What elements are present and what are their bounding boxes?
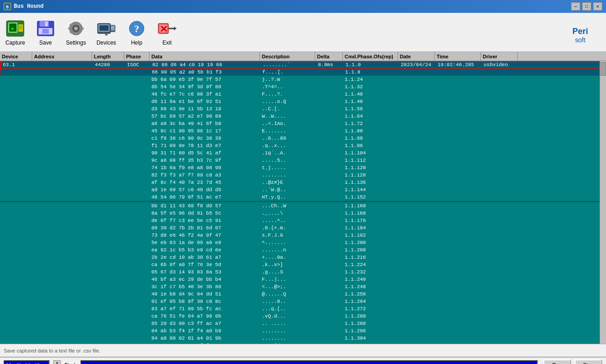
row-desc: ........` [261,62,316,68]
capture-button[interactable]: ▶ Capture [4,18,27,46]
table-row[interactable]: c1 f8 36 c6 80 9c 38 39 ..6...89 1.1.88 [0,135,606,142]
title-bar-left: B Bus Hound [4,3,44,10]
minimize-button[interactable]: — [571,2,580,11]
svg-rect-18 [75,22,77,24]
row-desc: .q..x... [260,143,315,148]
table-row[interactable]: 73 d8 e6 46 f2 4a 9f 47 s.F.J.G 1.1.192 [0,232,606,239]
table-row[interactable]: 90 31 71 60 d5 5c 41 af .1q`..A. 1.1.104 [0,149,606,157]
header-driver: Driver [481,52,518,61]
row-data: d6 11 9a e1 be 6f 92 51 [150,99,260,104]
table-row[interactable]: 09 30 d2 7b 2b 81 6d 07 .0.{+.m. 1.1.184 [0,224,606,232]
row-data: 74 1b 6a f0 e8 a8 08 90 [150,165,260,171]
table-row[interactable]: 9c a6 08 ff 35 b3 7c 9f .....5.. 1.1.112 [0,157,606,164]
toolbar: ▶ Capture Save [0,13,606,52]
table-row[interactable]: 46 fc e7 7c c6 08 3f a1 F....?. 1.1.40 [0,91,606,98]
table-row[interactable]: ca 76 51 fe 64 a7 98 0b .vQ.d... 1.1.280 [0,313,606,320]
table-row[interactable]: 48 54 06 79 8f 51 ac e7 HT.y.Q.. 1.1.152 [0,193,606,201]
row-data: 85 20 d3 00 c3 ff ac a7 [150,321,260,326]
row-desc: ........ [260,336,315,341]
row-cmdphase: 1.1.312 [343,343,398,344]
row-cmdphase: 1.1.120 [343,165,398,171]
row-desc: .....5.. [260,158,315,163]
table-row[interactable]: 40 1e b8 d4 9c 94 dd 51 @......Q 1.1.256 [0,290,606,298]
row-desc: .. ..... [260,321,315,326]
row-cmdphase: 1.1.264 [343,299,398,304]
row-desc: t.j..... [260,165,315,171]
search-input[interactable] [4,360,50,364]
table-row[interactable]: ca 6b 0f a0 7f 76 3e 5d .k..v>] 1.1.224 [0,261,606,268]
row-desc: ...Ch..W [260,203,315,209]
row-length: 44280 [93,62,125,68]
table-row[interactable]: bb d1 11 43 68 f8 d0 57 ...Ch..W 1.1.160 [0,202,606,210]
row-cmdphase: 1.1.96 [343,143,398,148]
table-row[interactable]: 2b 2e cd 10 ab 30 61 a7 +....0a. 1.1.216 [0,254,606,261]
svg-rect-19 [75,33,77,35]
row-desc: E....... [260,128,315,134]
step-up-button[interactable]: ▲ [53,360,61,364]
table-row[interactable]: 57 bc b9 57 a2 e7 90 89 W..W.... 1.1.64 [0,113,606,120]
row-desc: +....0a. [260,255,315,260]
table-row[interactable]: a6 a8 3c ba 49 41 6f b0 ..<.IAo. 1.1.72 [0,120,606,127]
table-row[interactable]: d3 88 43 9e 11 5b 13 18 ..C.[. 1.1.56 [0,105,606,113]
row2-cmdphase: 1.1.8 [343,69,398,75]
row-desc: ........ [260,172,315,178]
table-row[interactable]: 8b 54 5e 34 9f 3d 9f 80 .T^4=.. 1.1.32 [0,83,606,91]
settings-button[interactable]: Settings [64,18,87,46]
table-row[interactable]: de 0f f7 c3 ee 5e c5 91 .....^.. 1.1.176 [0,217,606,224]
svg-rect-32 [105,34,108,35]
row-cmdphase: 1.1.192 [343,233,398,238]
table-row[interactable]: af 8c f4 40 7a 23 7d 45 ..@z#}E 1.1.136 [0,179,606,186]
table-row[interactable]: 04 ab b3 f4 1f f4 a0 b9 ........ 1.1.296 [0,327,606,335]
table-row[interactable]: 74 1b 6a f0 e8 a8 08 90 t.j..... 1.1.120 [0,164,606,171]
row-delta: 8.9ms [316,62,344,68]
highlighted-row-2[interactable]: 66 00 05 a2 a0 5b b1 f3 f....[. 1.1.8 [0,68,606,76]
row-time: 19:02:46.285 [436,62,482,68]
row-cmdphase: 1.1.256 [343,291,398,297]
row-cmdphase: 1.1.232 [343,269,398,275]
status-text: Save captured data to a text file or .cs… [4,348,100,353]
table-row[interactable]: 45 8c c1 90 95 86 1c 17 E....... 1.1.80 [0,127,606,135]
row-data: ea 92 1c b5 b3 e9 cd 6e [150,247,260,253]
table-row[interactable]: 8a 5f e5 96 dd 91 b5 5c ._....\ 1.1.168 [0,210,606,217]
run-button[interactable]: Run [543,359,571,364]
row-data: af 8c f4 40 7a 23 7d 45 [150,180,260,185]
scroll-thumb[interactable] [600,62,606,76]
scrollbar[interactable] [600,61,606,344]
row-data: a6 a8 3c ba 49 41 6f b0 [150,121,260,126]
row-cmdphase: 1.1.176 [343,218,398,223]
maximize-button[interactable]: □ [582,2,591,11]
table-row[interactable]: 05 67 d3 14 93 83 8a 53 .g....S 1.1.232 [0,268,606,276]
row-cmdphase: 1.1.240 [343,277,398,282]
svg-marker-40 [174,27,177,30]
table-row[interactable]: 83 a7 ef 71 89 5b fc ac ...q.[.. 1.1.272 [0,305,606,313]
table-row[interactable]: 5e eb 83 1a de 09 a6 e8 ^....... 1.1.200 [0,239,606,246]
row-cmdphase: 1.1.272 [343,306,398,312]
header-length: Length [92,52,124,61]
table-row[interactable]: 01 ef 05 b8 8f 30 c8 8c .....0.. 1.1.264 [0,298,606,305]
table-row[interactable]: 46 bf a3 ec 29 de bb b4 F...)... 1.1.240 [0,276,606,283]
save-button[interactable]: Save [34,18,57,46]
table-row[interactable]: bb 6a 09 e5 3f 9e 7f 57 j..?.W 1.1.24 [0,76,606,83]
help-label: Help [131,40,143,46]
row-desc: .....^.. [260,218,315,223]
table-row[interactable]: 94 a8 00 02 01 a4 01 9b ........ 1.1.304 [0,335,606,342]
row-data: e9 7e a2 04 60 2f fc 63 [150,343,260,344]
highlighted-row[interactable]: 63.1 44280 ISOC 02 80 d6 a4 c0 19 19 60 … [0,61,606,68]
table-row[interactable]: 82 f3 f3 a7 f7 89 c8 a3 ........ 1.1.128 [0,171,606,179]
stop-button[interactable]: Stop [575,359,602,364]
help-button[interactable]: ? Help [125,18,148,46]
table-row[interactable]: d6 11 9a e1 be 6f 92 51 .....o.Q 1.1.48 [0,98,606,105]
table-row[interactable]: f1 71 09 0e 78 11 d3 e7 .q..x... 1.1.96 [0,142,606,149]
exit-button[interactable]: Exit [156,18,179,46]
close-button[interactable]: ✕ [593,2,602,11]
table-row[interactable]: ad 1e 60 57 c6 40 dd d5 ..`W.@.. 1.1.144 [0,186,606,193]
data-area[interactable]: 63.1 44280 ISOC 02 80 d6 a4 c0 19 19 60 … [0,61,606,344]
row-cmdphase: 1.1.40 [343,91,398,97]
table-row[interactable]: 3c 1f c7 b5 40 3e 3b 88 <...@>;. 1.1.248 [0,283,606,290]
table-row[interactable]: ea 92 1c b5 b3 e9 cd 6e .......n 1.1.208 [0,246,606,254]
save-icon [35,18,56,39]
search-stepper[interactable]: ▲ ▼ [53,360,61,364]
table-row[interactable]: e9 7e a2 04 60 2f fc 63 .~..`/.c 1.1.312 [0,342,606,344]
devices-button[interactable]: Devices [95,18,118,46]
table-row[interactable]: 85 20 d3 00 c3 ff ac a7 .. ..... 1.1.288 [0,320,606,327]
